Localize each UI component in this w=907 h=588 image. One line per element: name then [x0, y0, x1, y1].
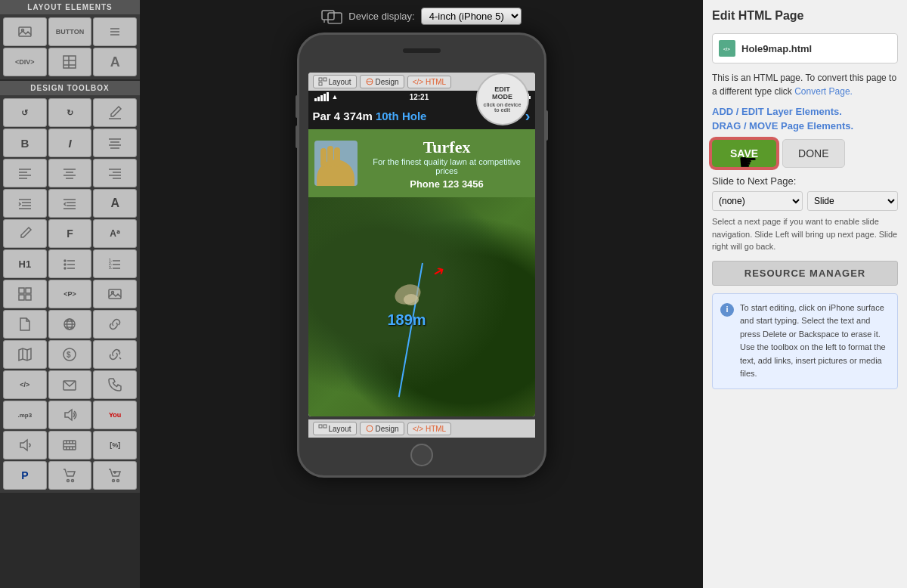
cart2-tool[interactable]: [93, 461, 137, 490]
page-tool[interactable]: [3, 310, 47, 339]
svg-marker-59: [19, 348, 31, 361]
phone-speaker: [403, 48, 441, 53]
resource-manager-button[interactable]: RESOURCE MANAGER: [712, 261, 898, 286]
svg-point-81: [117, 480, 119, 482]
bar1: [314, 98, 317, 101]
file-icon: </>: [719, 40, 735, 57]
phone-btn-vol-up: [296, 95, 299, 118]
layout-tools-grid: BUTTON <DIV> A: [0, 14, 140, 79]
film-tool[interactable]: [48, 431, 92, 460]
phone-home-button[interactable]: [410, 444, 433, 466]
edit-mode-badge: EDITMODE click on deviceto edit: [476, 73, 529, 125]
device-select[interactable]: 4-inch (iPhone 5): [421, 8, 522, 25]
bottom-nav-tab-html[interactable]: </> HTML: [407, 422, 451, 435]
indent-tool[interactable]: [3, 189, 47, 218]
h1-tool[interactable]: H1: [3, 249, 47, 278]
globe-tool[interactable]: [48, 310, 92, 339]
align-center-tool[interactable]: [48, 159, 92, 187]
svg-rect-89: [319, 82, 322, 85]
nav-tab-design[interactable]: Design: [360, 75, 404, 88]
page-description: This is an HTML page. To convert this pa…: [712, 71, 898, 98]
youtube-tool[interactable]: You: [93, 401, 137, 429]
percent-tool[interactable]: [%]: [93, 431, 137, 460]
svg-rect-5: [63, 56, 76, 68]
edit-mode-title: EDITMODE: [492, 85, 512, 101]
info-text: To start editing, click on iPhone surfac…: [740, 302, 890, 382]
next-page-select[interactable]: (none): [712, 191, 803, 211]
erase-tool[interactable]: [93, 98, 137, 127]
nav-tab-layout-label: Layout: [329, 78, 351, 86]
volume-tool[interactable]: [3, 431, 47, 460]
redo-tool[interactable]: ↻: [48, 98, 92, 127]
html-file-icon: </>: [721, 42, 733, 54]
nav-tab-layout[interactable]: Layout: [313, 75, 357, 88]
ul-tool[interactable]: [48, 249, 92, 278]
list-tool[interactable]: [93, 17, 137, 46]
p-tool[interactable]: <P>: [48, 280, 92, 308]
left-sidebar: LAYOUT ELEMENTS BUTTON <DIV>: [0, 0, 140, 588]
next-page-section: Slide to Next Page: (none) Slide Select …: [712, 175, 898, 253]
code-tool[interactable]: </>: [3, 370, 47, 399]
panel-title: Edit HTML Page: [712, 9, 898, 23]
align-right-tool[interactable]: [93, 159, 137, 187]
svg-rect-49: [26, 288, 31, 293]
bottom-nav-tab-layout[interactable]: Layout: [313, 422, 357, 435]
table-tool[interactable]: [48, 48, 92, 76]
dollar-tool[interactable]: $: [48, 340, 92, 369]
slide-direction-select[interactable]: Slide: [807, 191, 898, 211]
button-tool[interactable]: BUTTON: [48, 17, 92, 46]
image-tool[interactable]: [3, 17, 47, 46]
phone-map: ➔ 189m: [308, 197, 535, 416]
convert-link[interactable]: Convert Page.: [794, 86, 853, 97]
phone-ad-banner: Turfex For the finest quality lawn at co…: [308, 129, 535, 197]
battery-tip: [529, 96, 531, 99]
email-tool[interactable]: [48, 370, 92, 399]
nav-tab-html[interactable]: </> HTML: [407, 76, 451, 88]
phone-tool[interactable]: [93, 370, 137, 399]
ol-tool[interactable]: 1. 2. 3.: [93, 249, 137, 278]
svg-rect-52: [109, 289, 121, 299]
text-tool[interactable]: A: [93, 48, 137, 76]
paypal-tool[interactable]: P: [3, 461, 47, 490]
image2-tool[interactable]: [93, 280, 137, 308]
div-tool[interactable]: <DIV>: [3, 48, 47, 76]
bottom-nav-tab-design[interactable]: Design: [360, 422, 404, 435]
erase2-tool[interactable]: [3, 219, 47, 248]
svg-text:3.: 3.: [109, 265, 113, 270]
unlink-tool[interactable]: [93, 340, 137, 369]
bottom-nav-layout-label: Layout: [329, 425, 351, 433]
drag-move-link[interactable]: DRAG / MOVE Page Elements.: [712, 120, 898, 132]
add-edit-link[interactable]: ADD / EDIT Layer Elements.: [712, 106, 898, 117]
grid-tool[interactable]: [3, 280, 47, 308]
done-button[interactable]: DONE: [782, 139, 844, 168]
svg-point-38: [64, 264, 66, 265]
svg-rect-87: [319, 78, 322, 81]
font-size2-tool[interactable]: Aᵃ: [93, 219, 137, 248]
align-left-tool[interactable]: [3, 159, 47, 187]
map-tool[interactable]: [3, 340, 47, 369]
design-tools-grid: ↺ ↻ B I: [0, 95, 140, 493]
svg-point-36: [64, 260, 66, 262]
outdent-tool[interactable]: [48, 189, 92, 218]
save-btn-wrapper: SAVE ☛: [712, 140, 776, 167]
action-links: ADD / EDIT Layer Elements. DRAG / MOVE P…: [712, 106, 898, 132]
bold-tool[interactable]: B: [3, 128, 47, 157]
svg-rect-50: [19, 295, 24, 300]
font-size-tool[interactable]: A: [93, 189, 137, 218]
mp3-tool[interactable]: .mp3: [3, 401, 47, 429]
ad-content: Turfex For the finest quality lawn at co…: [365, 138, 529, 190]
bar2: [317, 97, 320, 101]
svg-marker-35: [21, 227, 31, 237]
sound-tool[interactable]: [48, 401, 92, 429]
center-area: Device display: 4-inch (iPhone 5) EDITMO…: [140, 0, 703, 588]
finger1: [320, 148, 327, 167]
italic-tool[interactable]: I: [48, 128, 92, 157]
link-tool[interactable]: [93, 310, 137, 339]
align-tool[interactable]: [93, 128, 137, 157]
phone-bottom-nav: Layout Design </> HTML: [308, 419, 535, 438]
cursor-hand-icon: ☛: [738, 150, 757, 175]
next-page-label: Slide to Next Page:: [712, 175, 898, 187]
font-tool[interactable]: F: [48, 219, 92, 248]
cart-tool[interactable]: [48, 461, 92, 490]
undo-tool[interactable]: ↺: [3, 98, 47, 127]
